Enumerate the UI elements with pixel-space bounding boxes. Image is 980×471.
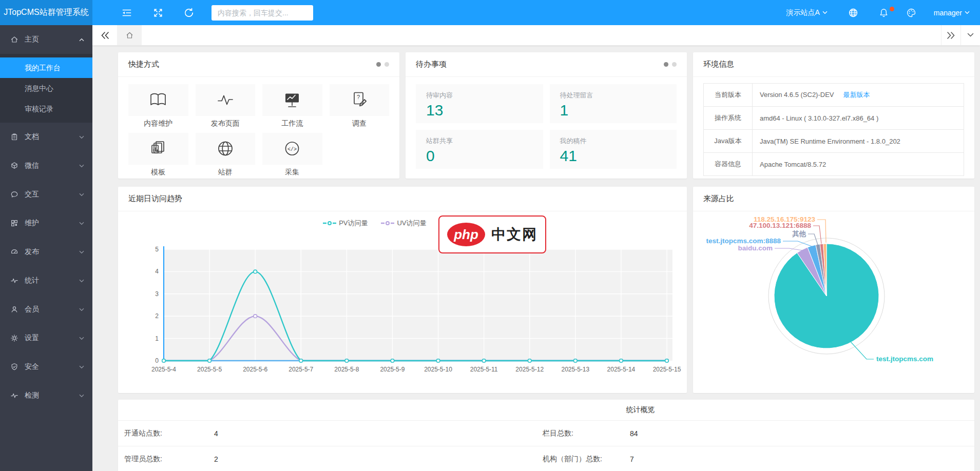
stat-value: 0 [426, 147, 533, 165]
legend-item-UV访问量[interactable]: UV访问量 [381, 219, 426, 228]
sidebar-item-检测[interactable]: 检测 [0, 381, 92, 410]
document-icon [10, 133, 18, 141]
refresh-icon[interactable] [184, 8, 194, 18]
php-watermark: php 中文网 [438, 215, 546, 253]
stat-value: 1 [560, 102, 667, 119]
sidebar-item-交互[interactable]: 交互 [0, 180, 92, 209]
language-globe-icon[interactable] [848, 8, 858, 18]
tabs-scroll-left-icon[interactable] [92, 25, 117, 45]
overview-rows: 开通站点数:4栏目总数:84管理员总数:2机构（部门）总数:7 [118, 421, 974, 471]
carousel-dot[interactable] [385, 62, 389, 67]
content-search [212, 5, 313, 21]
globe40-icon [196, 133, 256, 165]
shortcut-内容维护[interactable]: 内容维护 [128, 84, 188, 128]
sources-pie-svg[interactable]: test.jtopcms.combaidu.comtest.jtopcms.co… [693, 211, 974, 392]
shortcuts-card: 快捷方式 内容维护发布页面工作流?调查模板站群</>采集 [118, 52, 399, 179]
svg-text:</>: </> [287, 147, 297, 152]
presentation-icon [262, 84, 322, 116]
sidebar-toggle-icon[interactable] [121, 7, 132, 18]
shortcut-调查[interactable]: ?调查 [330, 84, 390, 128]
user-menu[interactable]: manager [934, 9, 970, 17]
shortcut-模板[interactable]: 模板 [128, 133, 188, 177]
legend-item-PV访问量[interactable]: PV访问量 [323, 219, 368, 228]
trend-card-title: 近期日访问趋势 [128, 194, 182, 204]
shortcut-label: 调查 [330, 119, 390, 128]
trend-chart-svg[interactable]: 0123452025-5-42025-5-52025-5-62025-5-720… [118, 232, 687, 381]
sidebar-item-主页[interactable]: 主页 [0, 25, 92, 54]
sidebar-item-会员[interactable]: 会员 [0, 295, 92, 324]
stat-label: 待审内容 [426, 91, 533, 100]
fullscreen-icon[interactable] [153, 8, 163, 18]
sidebar-subitem-审核记录[interactable]: 审核记录 [0, 99, 92, 119]
svg-text:其他: 其他 [792, 230, 806, 238]
notifications-bell-icon[interactable] [879, 8, 889, 18]
sidebar-subitem-我的工作台[interactable]: 我的工作台 [0, 57, 92, 78]
svg-text:2025-5-10: 2025-5-10 [424, 366, 452, 373]
sidebar-item-label: 会员 [25, 305, 79, 314]
tabs-scroll-right-icon[interactable] [941, 25, 960, 45]
env-label: 容器信息 [704, 153, 753, 176]
sidebar-item-微信[interactable]: 微信 [0, 151, 92, 180]
env-label: 当前版本 [704, 84, 753, 107]
sidebar-item-安全[interactable]: 安全 [0, 352, 92, 381]
theme-palette-icon[interactable] [906, 8, 916, 18]
notification-badge [890, 7, 894, 11]
shortcut-label: 工作流 [262, 119, 322, 128]
shortcut-发布页面[interactable]: 发布页面 [196, 84, 256, 128]
svg-text:test.jtopcms.com: test.jtopcms.com [876, 355, 933, 363]
svg-text:2025-5-13: 2025-5-13 [561, 366, 589, 373]
sidebar-item-设置[interactable]: 设置 [0, 324, 92, 352]
env-label: 操作系统 [704, 107, 753, 130]
carousel-dot-active[interactable] [664, 62, 668, 67]
sidebar-item-维护[interactable]: 维护 [0, 209, 92, 238]
latest-version-link[interactable]: 最新版本 [843, 91, 870, 99]
svg-text:?: ? [357, 94, 360, 100]
shield-icon [10, 363, 18, 371]
overview-value: 2 [214, 455, 543, 463]
shortcut-label: 模板 [128, 168, 188, 177]
svg-text:test.jtopcms.com:8888: test.jtopcms.com:8888 [706, 237, 781, 245]
sidebar-item-label: 发布 [25, 247, 79, 257]
todos-card: 待办事项 待审内容13待处理留言1站群共享0我的稿件41 [406, 52, 687, 179]
environment-card: 环境信息 当前版本Version 4.6.5 (SC2)-DEV最新版本操作系统… [693, 52, 974, 179]
todos-card-title: 待办事项 [416, 60, 447, 69]
shortcut-grid: 内容维护发布页面工作流?调查模板站群</>采集 [118, 77, 399, 177]
shortcut-采集[interactable]: </>采集 [262, 133, 322, 177]
chevron-down-icon [79, 250, 84, 254]
carousel-dot[interactable] [672, 62, 677, 67]
main-content: 快捷方式 内容维护发布页面工作流?调查模板站群</>采集 待办事项 待审内容13… [92, 45, 980, 471]
svg-text:2025-5-14: 2025-5-14 [607, 366, 636, 373]
sidebar-item-文档[interactable]: 文档 [0, 123, 92, 151]
svg-text:2025-5-4: 2025-5-4 [151, 366, 176, 373]
sidebar-item-label: 维护 [25, 219, 79, 228]
sidebar-subitem-消息中心[interactable]: 消息中心 [0, 78, 92, 99]
carousel-dot-active[interactable] [376, 62, 381, 67]
stat-label: 待处理留言 [560, 91, 667, 100]
tabs-menu-icon[interactable] [960, 25, 980, 45]
overview-row: 开通站点数:4栏目总数:84 [118, 421, 974, 446]
svg-text:2025-5-5: 2025-5-5 [197, 366, 222, 373]
svg-text:2025-5-8: 2025-5-8 [334, 366, 359, 373]
svg-text:2025-5-9: 2025-5-9 [380, 366, 405, 373]
shortcut-工作流[interactable]: 工作流 [262, 84, 322, 128]
php-watermark-text: 中文网 [491, 225, 537, 244]
overview-label: 管理员总数: [124, 455, 214, 464]
sidebar-item-label: 微信 [25, 161, 79, 170]
search-input[interactable] [212, 5, 313, 21]
svg-text:1: 1 [155, 335, 159, 342]
environment-card-title: 环境信息 [703, 60, 734, 69]
sidebar-item-统计[interactable]: 统计 [0, 266, 92, 295]
chevron-down-icon [79, 365, 84, 369]
environment-table-body: 当前版本Version 4.6.5 (SC2)-DEV最新版本操作系统amd64… [704, 84, 964, 176]
environment-row: 容器信息Apache Tomcat/8.5.72 [704, 153, 964, 176]
shortcut-站群[interactable]: 站群 [196, 133, 256, 177]
sidebar-item-label: 统计 [25, 276, 79, 285]
sidebar-item-发布[interactable]: 发布 [0, 238, 92, 266]
svg-text:2025-5-15: 2025-5-15 [653, 366, 681, 373]
svg-text:118.25.16.175:9123: 118.25.16.175:9123 [754, 215, 816, 223]
chevron-down-icon [79, 308, 84, 311]
site-selector[interactable]: 演示站点A [786, 8, 827, 17]
sidebar-item-label: 交互 [25, 190, 79, 199]
book-icon [128, 84, 188, 116]
tab-home[interactable] [117, 25, 142, 45]
